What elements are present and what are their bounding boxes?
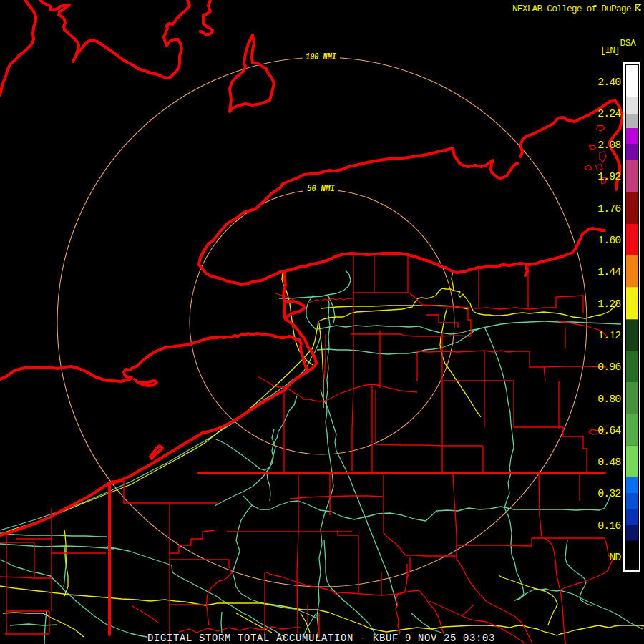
svg-text:0.32: 0.32 bbox=[597, 488, 620, 500]
svg-text:1.92: 1.92 bbox=[597, 171, 620, 183]
svg-text:DIGITAL STORM TOTAL ACCUMULATI: DIGITAL STORM TOTAL ACCUMULATION - KBUF … bbox=[147, 633, 495, 644]
svg-text:1.44: 1.44 bbox=[597, 266, 621, 278]
svg-text:1.76: 1.76 bbox=[597, 203, 621, 215]
svg-text:0.96: 0.96 bbox=[597, 361, 621, 374]
svg-text:NEXLAB-College of DuPage: NEXLAB-College of DuPage bbox=[512, 4, 631, 14]
svg-text:0.64: 0.64 bbox=[597, 425, 621, 437]
svg-text:2.24: 2.24 bbox=[597, 108, 621, 120]
svg-text:2.40: 2.40 bbox=[597, 77, 621, 89]
svg-text:100 NMI: 100 NMI bbox=[306, 52, 336, 62]
svg-text:ND: ND bbox=[609, 552, 621, 564]
svg-text:1.12: 1.12 bbox=[597, 330, 620, 342]
svg-text:2.08: 2.08 bbox=[597, 140, 621, 152]
svg-text:1.28: 1.28 bbox=[597, 298, 621, 311]
svg-text:DSA: DSA bbox=[620, 38, 637, 49]
svg-text:1.60: 1.60 bbox=[597, 235, 621, 247]
svg-text:[IN]: [IN] bbox=[600, 45, 619, 56]
svg-text:50 NMI: 50 NMI bbox=[307, 184, 335, 194]
svg-text:0.16: 0.16 bbox=[597, 520, 621, 532]
svg-text:0.48: 0.48 bbox=[597, 457, 621, 469]
svg-text:0.80: 0.80 bbox=[597, 394, 621, 406]
